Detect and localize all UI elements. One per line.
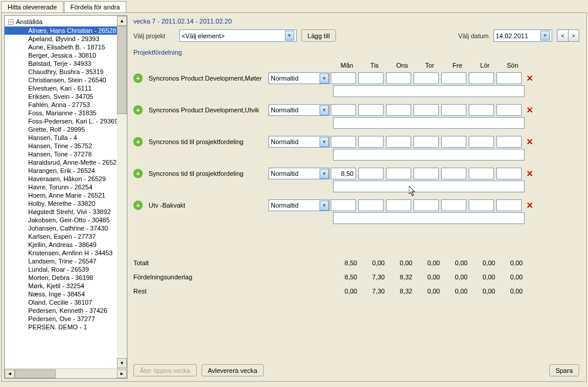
- tree-item[interactable]: Næss, Inge - 38454: [5, 290, 117, 298]
- hours-input[interactable]: [496, 199, 522, 211]
- tree-item[interactable]: Landsem, Trine - 26547: [5, 257, 117, 265]
- hours-input[interactable]: [469, 72, 494, 84]
- tree-item[interactable]: Pedersen, Kenneth - 37426: [5, 306, 117, 315]
- tree-item[interactable]: Kristensen, Arnfinn H - 34453: [5, 249, 117, 257]
- tree-item[interactable]: Hoem, Anne Marie - 26521: [5, 191, 117, 199]
- tree-item[interactable]: Hansen, Trine - 35752: [5, 142, 117, 150]
- hours-input[interactable]: [358, 104, 384, 116]
- delete-icon[interactable]: ✕: [523, 201, 533, 210]
- time-type-select[interactable]: Normaltid▼: [268, 168, 330, 179]
- expand-icon[interactable]: +: [133, 201, 143, 210]
- tree-item[interactable]: Holby, Merethe - 33820: [5, 199, 117, 208]
- hours-input[interactable]: [469, 104, 494, 116]
- hours-input[interactable]: [441, 104, 466, 116]
- delete-icon[interactable]: ✕: [523, 169, 533, 178]
- time-type-select[interactable]: Normaltid▼: [268, 136, 330, 148]
- tree-item[interactable]: Morten, Debra - 36198: [5, 273, 117, 282]
- tree-item[interactable]: PERSEN. DEMO - 1: [5, 323, 117, 331]
- tree-item[interactable]: Pedersen, Ove - 37277: [5, 315, 117, 323]
- note-input[interactable]: [333, 85, 525, 97]
- delete-icon[interactable]: ✕: [523, 105, 533, 115]
- tree-vscroll[interactable]: ▲ ▼: [117, 16, 127, 368]
- tree-item[interactable]: Chaudhry, Bushra - 35319: [5, 68, 117, 76]
- hours-input[interactable]: [358, 199, 384, 211]
- hours-input[interactable]: [469, 199, 494, 211]
- dropdown-icon[interactable]: ▼: [320, 137, 329, 147]
- tree-item[interactable]: Aune, Elisabeth B. - 18715: [5, 43, 117, 51]
- delete-icon[interactable]: ✕: [523, 137, 533, 146]
- hours-input[interactable]: [441, 136, 466, 148]
- scroll-thumb[interactable]: [117, 26, 127, 114]
- tree-item[interactable]: Havre, Torunn - 26254: [5, 183, 117, 191]
- note-input[interactable]: [333, 117, 525, 129]
- tree-item[interactable]: Haraldsrud, Anne-Mette - 26522: [5, 158, 117, 166]
- hours-input[interactable]: [358, 136, 384, 148]
- hours-input[interactable]: [331, 199, 356, 211]
- expand-icon[interactable]: +: [133, 169, 143, 178]
- scroll-down-icon[interactable]: ▼: [117, 358, 127, 368]
- time-type-select[interactable]: Normaltid▼: [268, 104, 330, 116]
- tree-item[interactable]: Karlsen, Espen - 27737: [5, 232, 117, 241]
- tab-distribute[interactable]: Fördela för andra: [64, 1, 126, 12]
- tree-item[interactable]: Fahlén, Anna - 27753: [5, 101, 117, 109]
- tree-item[interactable]: Alnæs, Hans Christian - 26528: [5, 26, 117, 35]
- hours-input[interactable]: [358, 72, 384, 84]
- hours-input[interactable]: [331, 168, 356, 179]
- scroll-up-icon[interactable]: ▲: [117, 16, 127, 26]
- expand-icon[interactable]: +: [133, 105, 143, 115]
- tree-item[interactable]: Kjellin, Andreas - 38649: [5, 241, 117, 249]
- reopen-week-button[interactable]: Åter öppna vecka: [133, 364, 197, 376]
- note-input[interactable]: [333, 181, 525, 192]
- dropdown-icon[interactable]: ▼: [320, 74, 329, 84]
- tree-item[interactable]: Apeland, Øyvind - 29393: [5, 35, 117, 43]
- hours-input[interactable]: [331, 104, 356, 116]
- collapse-icon[interactable]: −: [8, 19, 14, 25]
- tree-item[interactable]: Mørk, Kjetil - 32254: [5, 282, 117, 290]
- scroll-left-icon[interactable]: ◄: [5, 369, 15, 378]
- tree-item[interactable]: Foss-Pedersen, Kari L. - 29369: [5, 117, 117, 125]
- hours-input[interactable]: [441, 168, 466, 179]
- tree-item[interactable]: Elvestuen, Kari - 6111: [5, 84, 117, 92]
- hours-input[interactable]: [496, 168, 522, 179]
- hours-input[interactable]: [386, 72, 411, 84]
- hours-input[interactable]: [496, 136, 522, 148]
- tree-item[interactable]: Hansen, Tulla - 4: [5, 134, 117, 142]
- tree-item[interactable]: Haveraaen, Håkon - 26529: [5, 175, 117, 183]
- tab-undelivered[interactable]: Hitta olevererade: [1, 1, 63, 12]
- hours-input[interactable]: [469, 168, 494, 179]
- hours-input[interactable]: [414, 136, 439, 148]
- tree-item[interactable]: Christiansen, Stein - 26540: [5, 76, 117, 84]
- dropdown-icon[interactable]: ▼: [285, 31, 294, 41]
- hours-input[interactable]: [386, 199, 411, 211]
- hours-input[interactable]: [358, 168, 384, 179]
- dropdown-icon[interactable]: ▼: [320, 105, 329, 115]
- hours-input[interactable]: [441, 199, 466, 211]
- deliver-week-button[interactable]: Avleverera vecka: [201, 364, 264, 376]
- expand-icon[interactable]: +: [133, 137, 143, 146]
- time-type-select[interactable]: Normaltid▼: [268, 72, 330, 84]
- tree-item[interactable]: Lundal, Roar - 26539: [5, 265, 117, 273]
- hours-input[interactable]: [414, 72, 439, 84]
- hscroll-thumb[interactable]: [15, 369, 56, 378]
- tree-item[interactable]: Oland, Cecilie - 38107: [5, 298, 117, 306]
- hours-input[interactable]: [414, 199, 439, 211]
- date-select[interactable]: 14.02.2011 ▼: [493, 29, 552, 42]
- hours-input[interactable]: [496, 72, 522, 84]
- note-input[interactable]: [333, 212, 525, 224]
- tree-item[interactable]: Høgstedt Strehl, Vivi - 33892: [5, 208, 117, 216]
- tree-item[interactable]: Berger, Jessica - 30810: [5, 51, 117, 59]
- delete-icon[interactable]: ✕: [523, 74, 533, 83]
- expand-icon[interactable]: +: [133, 74, 143, 83]
- tree-item[interactable]: Bølstad, Terje - 34933: [5, 59, 117, 68]
- tree-item[interactable]: Jakobsen, Geir-Otto - 30485: [5, 216, 117, 224]
- hours-input[interactable]: [469, 136, 494, 148]
- save-button[interactable]: Spara: [549, 364, 579, 376]
- hours-input[interactable]: [496, 104, 522, 116]
- hours-input[interactable]: [331, 72, 356, 84]
- dropdown-icon[interactable]: ▼: [320, 201, 329, 211]
- hours-input[interactable]: [441, 72, 466, 84]
- next-week-button[interactable]: >: [568, 29, 579, 42]
- tree-item[interactable]: Foss, Marianne - 31835: [5, 109, 117, 117]
- scroll-right-icon[interactable]: ►: [117, 369, 127, 378]
- tree-item[interactable]: Johansen, Cathrine - 37430: [5, 224, 117, 232]
